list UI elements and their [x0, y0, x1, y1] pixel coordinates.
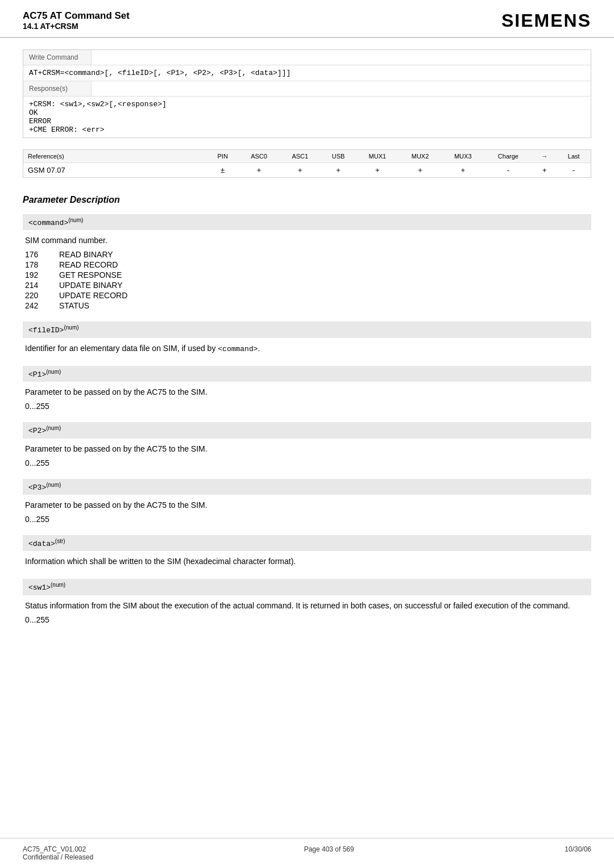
- param-header: <data>(str): [23, 535, 591, 551]
- param-block: <command>(num)SIM command number.176READ…: [23, 214, 591, 310]
- ref-col-charge: Charge: [484, 150, 532, 163]
- ref-col-arrow: →: [532, 150, 557, 163]
- param-value-label: UPDATE BINARY: [59, 281, 123, 290]
- param-block: <sw1>(num)Status information from the SI…: [23, 579, 591, 624]
- ref-col-usb: USB: [321, 150, 356, 163]
- param-block: <fileID>(num)Identifier for an elementar…: [23, 322, 591, 354]
- header-subtitle: 14.1 AT+CRSM: [23, 22, 130, 31]
- param-block: <P1>(num)Parameter to be passed on by th…: [23, 366, 591, 411]
- ref-row-cell: +: [356, 163, 399, 178]
- param-header: <sw1>(num): [23, 579, 591, 595]
- ref-row-cell: +: [399, 163, 441, 178]
- ref-table-header-row: Reference(s) PIN ASC0 ASC1 USB MUX1 MUX2…: [23, 150, 591, 163]
- param-value-label: GET RESPONSE: [59, 270, 122, 279]
- table-row: GSM 07.07±++++++-+-: [23, 163, 591, 178]
- ref-row-cell: +: [238, 163, 279, 178]
- footer-right: 10/30/06: [565, 845, 591, 861]
- param-header: <P2>(num): [23, 422, 591, 438]
- page-header: AC75 AT Command Set 14.1 AT+CRSM SIEMENS: [0, 0, 614, 38]
- page-footer: AC75_ATC_V01.002 Confidential / Released…: [0, 838, 614, 868]
- ref-col-last: Last: [557, 150, 591, 163]
- param-value-label: UPDATE RECORD: [59, 291, 127, 300]
- param-value-num: 178: [25, 260, 59, 269]
- reference-table-wrapper: Reference(s) PIN ASC0 ASC1 USB MUX1 MUX2…: [23, 149, 591, 178]
- section-title: Parameter Description: [23, 195, 591, 205]
- param-value-label: READ BINARY: [59, 250, 113, 259]
- ref-row-cell: -: [484, 163, 532, 178]
- ref-col-pin: PIN: [207, 150, 238, 163]
- footer-left: AC75_ATC_V01.002 Confidential / Released: [23, 845, 93, 861]
- reference-table: Reference(s) PIN ASC0 ASC1 USB MUX1 MUX2…: [23, 150, 591, 177]
- write-command-content-row: AT+CRSM=<command>[, <fileID>[, <P1>, <P2…: [23, 65, 591, 81]
- parameters-container: <command>(num)SIM command number.176READ…: [23, 214, 591, 624]
- footer-doc-id: AC75_ATC_V01.002: [23, 845, 93, 853]
- siemens-logo: SIEMENS: [501, 10, 591, 31]
- ref-row-name: GSM 07.07: [23, 163, 207, 178]
- ref-row-cell: +: [280, 163, 321, 178]
- param-value-label: STATUS: [59, 301, 89, 310]
- footer-center: Page 403 of 569: [304, 845, 354, 861]
- write-command-label: Write Command: [23, 50, 92, 65]
- ref-row-cell: +: [532, 163, 557, 178]
- ref-row-cell: ±: [207, 163, 238, 178]
- param-description: Status information from the SIM about th…: [23, 600, 591, 612]
- ref-col-asc1: ASC1: [280, 150, 321, 163]
- param-range: 0...255: [23, 515, 591, 524]
- response-content: +CRSM: <sw1>,<sw2>[,<response>] OK ERROR…: [23, 97, 591, 137]
- param-description: SIM command number.: [23, 235, 591, 247]
- ref-col-asc0: ASC0: [238, 150, 279, 163]
- param-block: <P3>(num)Parameter to be passed on by th…: [23, 479, 591, 524]
- param-description: Information which shall be written to th…: [23, 556, 591, 567]
- ref-row-cell: +: [442, 163, 484, 178]
- param-range: 0...255: [23, 402, 591, 411]
- header-title: AC75 AT Command Set: [23, 10, 130, 22]
- param-description: Parameter to be passed on by the AC75 to…: [23, 499, 591, 511]
- param-block: <P2>(num)Parameter to be passed on by th…: [23, 422, 591, 467]
- param-value-num: 242: [25, 301, 59, 310]
- write-command-content: AT+CRSM=<command>[, <fileID>[, <P1>, <P2…: [23, 65, 591, 81]
- write-command-row: Write Command: [23, 50, 591, 65]
- list-item: 242STATUS: [25, 301, 591, 310]
- param-value-label: READ RECORD: [59, 260, 118, 269]
- param-values-table: 176READ BINARY178READ RECORD192GET RESPO…: [25, 250, 591, 310]
- ref-col-mux1: MUX1: [356, 150, 399, 163]
- param-header: <command>(num): [23, 214, 591, 230]
- param-header: <fileID>(num): [23, 322, 591, 337]
- param-block: <data>(str)Information which shall be wr…: [23, 535, 591, 567]
- param-header: <P3>(num): [23, 479, 591, 495]
- param-value-num: 214: [25, 281, 59, 290]
- ref-row-cell: +: [321, 163, 356, 178]
- param-value-num: 192: [25, 270, 59, 279]
- header-left: AC75 AT Command Set 14.1 AT+CRSM: [23, 10, 130, 31]
- ref-col-label: Reference(s): [23, 150, 207, 163]
- param-description: Parameter to be passed on by the AC75 to…: [23, 443, 591, 455]
- list-item: 192GET RESPONSE: [25, 270, 591, 279]
- response-label: Response(s): [23, 81, 92, 96]
- footer-page: Page 403 of 569: [304, 845, 354, 853]
- param-range: 0...255: [23, 615, 591, 624]
- main-content: Write Command AT+CRSM=<command>[, <fileI…: [0, 38, 614, 647]
- footer-confidentiality: Confidential / Released: [23, 853, 93, 861]
- param-header: <P1>(num): [23, 366, 591, 382]
- list-item: 176READ BINARY: [25, 250, 591, 259]
- param-value-num: 220: [25, 291, 59, 300]
- command-box: Write Command AT+CRSM=<command>[, <fileI…: [23, 49, 591, 138]
- ref-row-cell: -: [557, 163, 591, 178]
- list-item: 178READ RECORD: [25, 260, 591, 269]
- ref-col-mux3: MUX3: [442, 150, 484, 163]
- param-description: Parameter to be passed on by the AC75 to…: [23, 386, 591, 398]
- param-description: Identifier for an elementary data file o…: [23, 343, 591, 355]
- list-item: 220UPDATE RECORD: [25, 291, 591, 300]
- response-label-row: Response(s): [23, 81, 591, 97]
- ref-col-mux2: MUX2: [399, 150, 441, 163]
- param-range: 0...255: [23, 458, 591, 468]
- param-value-num: 176: [25, 250, 59, 259]
- list-item: 214UPDATE BINARY: [25, 281, 591, 290]
- footer-date: 10/30/06: [565, 845, 591, 853]
- response-content-row: +CRSM: <sw1>,<sw2>[,<response>] OK ERROR…: [23, 97, 591, 137]
